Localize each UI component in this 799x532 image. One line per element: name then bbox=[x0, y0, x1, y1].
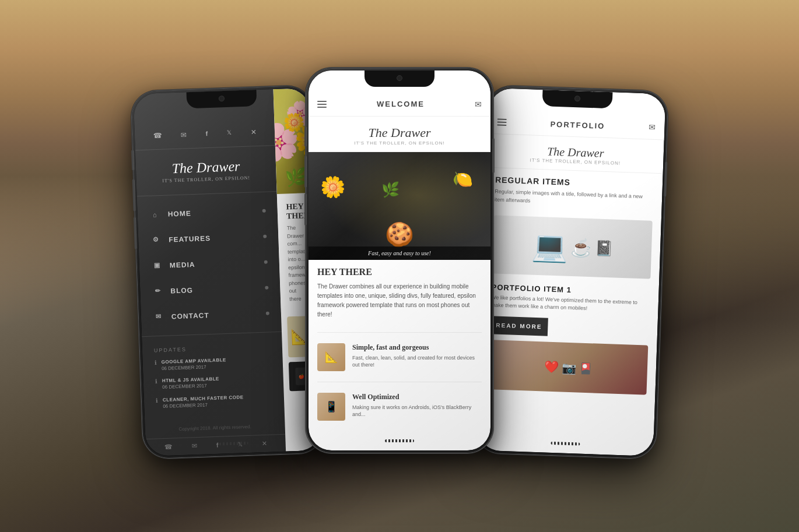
features-dot bbox=[263, 234, 267, 238]
camera-old-icon: 📷 bbox=[562, 360, 577, 375]
contact-icon: ✉ bbox=[153, 311, 165, 323]
center-hey-there-section: HEY THERE The Drawer combines all our ex… bbox=[309, 260, 490, 326]
email-icon-bottom[interactable]: ✉ bbox=[191, 442, 197, 450]
center-logo-title: The Drawer bbox=[314, 125, 485, 140]
left-hey-there-title: HEY THERE bbox=[286, 202, 305, 221]
drawer-logo-title: The Drawer bbox=[142, 157, 271, 178]
update-text-3: CLEANER, MUCH FASTER CODE 06 DECEMBER 20… bbox=[163, 393, 244, 409]
home-label: HOME bbox=[168, 209, 191, 217]
right-hamburger-line-1 bbox=[497, 118, 507, 120]
right-hamburger-line-2 bbox=[497, 121, 507, 123]
read-more-button[interactable]: READ MORE bbox=[490, 316, 548, 336]
features-icon: ⚙ bbox=[150, 234, 162, 246]
contact-label: CONTACT bbox=[171, 311, 209, 320]
center-divider-2 bbox=[317, 382, 482, 382]
facebook-icon[interactable]: f bbox=[205, 130, 208, 139]
nav-item-home[interactable]: ⌂ HOME bbox=[137, 197, 278, 227]
center-hero-caption: Fast, easy and easy to use! bbox=[309, 246, 490, 260]
feature-item-1: 📐 Simple, fast and gorgeous Fast, clean,… bbox=[309, 339, 490, 376]
phone-left-inner: ☎ ✉ f 𝕏 ✕ The Drawer IT'S THE TROLLER, O… bbox=[134, 87, 323, 456]
contact-dot bbox=[266, 311, 269, 315]
nav-item-blog[interactable]: ✏ BLOG bbox=[140, 274, 281, 304]
right-camera bbox=[574, 96, 580, 101]
close-icon-bottom[interactable]: ✕ bbox=[262, 439, 267, 447]
hamburger-line-1 bbox=[317, 101, 327, 102]
feature-title-1: Simple, fast and gorgeous bbox=[352, 343, 482, 352]
center-body-text: The Drawer combines all our experience i… bbox=[317, 282, 482, 319]
right-regular-items-section: REGULAR ITEMS Regular, simple images wit… bbox=[485, 167, 663, 216]
close-icon-top[interactable]: ✕ bbox=[250, 128, 257, 137]
right-logo: The Drawer IT'S THE TROLLER, ON EPSILON! bbox=[487, 133, 664, 174]
center-screen: WELCOME ✉ The Drawer IT'S THE TROLLER, O… bbox=[309, 71, 490, 450]
left-speaker bbox=[219, 441, 248, 445]
right-notch bbox=[542, 90, 613, 108]
twitter-icon[interactable]: 𝕏 bbox=[227, 129, 232, 138]
media-label: MEDIA bbox=[170, 260, 195, 269]
phone-left: ☎ ✉ f 𝕏 ✕ The Drawer IT'S THE TROLLER, O… bbox=[131, 85, 324, 458]
center-hero-image: 🌼 🍋 🍪 🌿 Fast, easy and easy to use! bbox=[309, 152, 490, 260]
feature-title-2: Well Optimized bbox=[352, 393, 482, 401]
update-item-1: ℹ GOOGLE AMP AVAILABLE 06 DECEMBER 2017 bbox=[154, 355, 271, 372]
center-speaker bbox=[385, 439, 414, 442]
lemon-decoration: 🍋 bbox=[453, 170, 473, 189]
update-item-3: ℹ CLEANER, MUCH FASTER CODE 06 DECEMBER … bbox=[156, 393, 273, 410]
hamburger-line-3 bbox=[317, 107, 327, 108]
right-hamburger-line-3 bbox=[497, 124, 506, 126]
phone-right: PORTFOLIO ✉ The Drawer IT'S THE TROLLER,… bbox=[475, 85, 668, 458]
feature-desc-1: Fast, clean, lean, solid, and created fo… bbox=[352, 354, 482, 369]
updates-title: UPDATES bbox=[154, 343, 271, 353]
drawer-menu: ☎ ✉ f 𝕏 ✕ The Drawer IT'S THE TROLLER, O… bbox=[134, 89, 286, 456]
update-title-1: GOOGLE AMP AVAILABLE bbox=[161, 357, 226, 365]
flower-decoration: 🌼 bbox=[320, 175, 346, 199]
left-body-text: The Drawer com...templates into o...epsi… bbox=[287, 224, 309, 303]
feature-icon-1: 📐 bbox=[317, 343, 345, 371]
blog-label: BLOG bbox=[170, 286, 193, 294]
center-volume-down bbox=[304, 156, 307, 188]
drawer-divider-2 bbox=[142, 331, 282, 336]
hamburger-line-2 bbox=[317, 104, 327, 105]
info-icon-1: ℹ bbox=[155, 360, 157, 366]
center-divider-1 bbox=[317, 332, 482, 333]
left-notch bbox=[187, 90, 257, 108]
center-envelope-icon[interactable]: ✉ bbox=[475, 100, 482, 109]
phone-thumb-icon: 📱 bbox=[325, 400, 338, 413]
center-logo-sub: IT'S THE TROLLER, ON EPSILON! bbox=[314, 140, 485, 146]
drawer-divider-1 bbox=[137, 191, 277, 196]
info-icon-3: ℹ bbox=[156, 397, 158, 403]
center-logo: The Drawer IT'S THE TROLLER, ON EPSILON! bbox=[309, 117, 490, 152]
seed-decoration: 🌿 bbox=[381, 181, 400, 198]
center-hamburger[interactable] bbox=[317, 101, 327, 108]
phones-container: ☎ ✉ f 𝕏 ✕ The Drawer IT'S THE TROLLER, O… bbox=[0, 0, 799, 532]
volume-down-button bbox=[132, 179, 136, 211]
phone-icon[interactable]: ☎ bbox=[153, 132, 162, 141]
silent-button bbox=[134, 217, 137, 249]
love-icon: ❤️ bbox=[544, 360, 559, 374]
left-camera bbox=[219, 96, 225, 101]
laptop-icon: 💻 bbox=[531, 228, 568, 263]
blog-dot bbox=[265, 286, 268, 289]
nav-item-contact[interactable]: ✉ CONTACT bbox=[141, 300, 281, 330]
center-notch bbox=[365, 71, 434, 87]
tools-icon: 📐 bbox=[325, 351, 338, 364]
facebook-icon-bottom[interactable]: f bbox=[216, 441, 219, 449]
center-camera bbox=[397, 75, 402, 81]
right-speaker bbox=[551, 441, 580, 445]
center-hey-there-title: HEY THERE bbox=[317, 267, 482, 277]
phone-icon-bottom[interactable]: ☎ bbox=[164, 443, 172, 450]
coffee-icon: ☕ bbox=[570, 237, 593, 258]
email-icon-top[interactable]: ✉ bbox=[181, 131, 187, 139]
center-header-title: WELCOME bbox=[377, 100, 425, 108]
nav-item-media[interactable]: ▣ MEDIA bbox=[139, 248, 279, 279]
center-volume-up bbox=[304, 126, 307, 147]
right-hamburger[interactable] bbox=[497, 118, 506, 126]
feature-text-2: Well Optimized Making sure it works on A… bbox=[352, 393, 482, 418]
phone-center-inner: WELCOME ✉ The Drawer IT'S THE TROLLER, O… bbox=[309, 71, 490, 450]
right-section-desc: Regular, simple images with a title, fol… bbox=[495, 188, 654, 209]
right-section-title: REGULAR ITEMS bbox=[495, 175, 654, 189]
drawer-updates: UPDATES ℹ GOOGLE AMP AVAILABLE 06 DECEMB… bbox=[142, 337, 285, 421]
features-label: FEATURES bbox=[169, 234, 211, 243]
right-screen: PORTFOLIO ✉ The Drawer IT'S THE TROLLER,… bbox=[477, 87, 666, 456]
feature-text-1: Simple, fast and gorgeous Fast, clean, l… bbox=[352, 343, 482, 369]
right-envelope-icon[interactable]: ✉ bbox=[649, 122, 656, 132]
nav-item-features[interactable]: ⚙ FEATURES bbox=[138, 223, 279, 253]
